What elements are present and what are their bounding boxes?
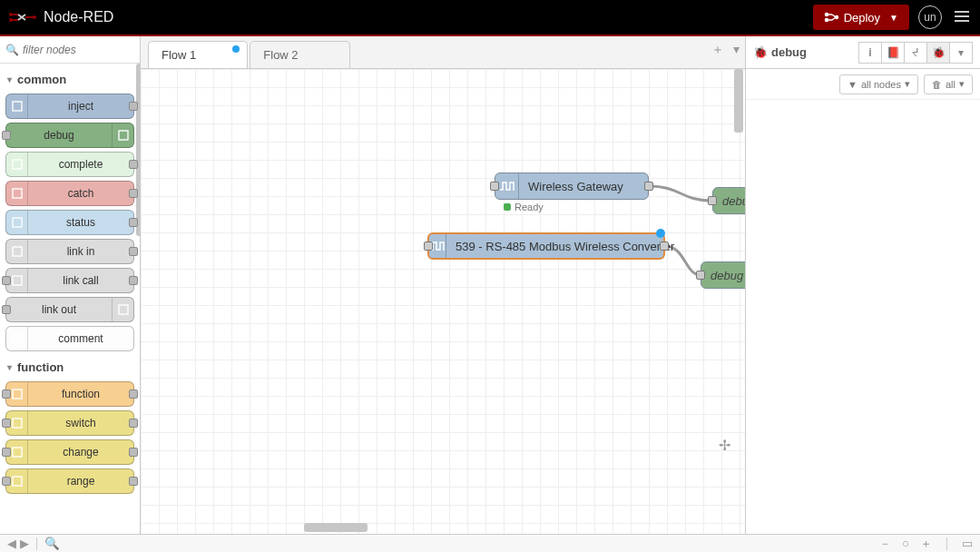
palette-filter-input[interactable] xyxy=(23,44,134,56)
node-port[interactable] xyxy=(644,182,653,191)
node-label: change xyxy=(28,446,133,458)
node-label: link in xyxy=(28,245,133,258)
user-avatar[interactable]: un xyxy=(918,5,942,29)
chevron-down-icon: ▼ xyxy=(889,13,898,23)
svg-point-4 xyxy=(825,19,828,22)
search-icon: 🔍 xyxy=(5,44,19,56)
svg-rect-12 xyxy=(13,189,22,198)
node-label: complete xyxy=(28,158,133,171)
node-port[interactable] xyxy=(2,419,11,428)
node-label: function xyxy=(28,388,133,400)
flow-canvas[interactable]: Wireless Gateway Ready debug 2 xyxy=(141,69,745,534)
palette-search[interactable]: 🔍 xyxy=(0,36,140,64)
palette: 🔍 ▾commoninjectdebugcompletecatchstatusl… xyxy=(0,36,141,534)
tab-flow-1[interactable]: Flow 1 xyxy=(148,41,248,68)
node-port[interactable] xyxy=(129,189,138,198)
node-label: status xyxy=(28,216,133,229)
palette-node-status[interactable]: status xyxy=(5,210,134,235)
node-port[interactable] xyxy=(2,305,11,314)
tab-flow-2[interactable]: Flow 2 xyxy=(250,41,349,68)
node-label: range xyxy=(28,475,133,488)
node-port[interactable] xyxy=(2,448,11,457)
node-label: link out xyxy=(6,303,112,316)
chevron-down-icon: ▾ xyxy=(7,362,12,372)
sidebar-tab-debug[interactable]: 🐞 xyxy=(926,42,950,64)
palette-node-comment[interactable]: comment xyxy=(5,326,134,351)
palette-category[interactable]: ▾function xyxy=(5,355,134,381)
node-type-icon xyxy=(6,211,28,234)
node-port[interactable] xyxy=(129,247,138,256)
sidebar-popout-button[interactable]: ▭ xyxy=(960,537,975,550)
nav-toggle-button[interactable]: ◀ ▶ xyxy=(5,537,31,550)
zoom-reset-button[interactable]: ○ xyxy=(900,537,911,550)
node-type-icon xyxy=(6,94,28,118)
crosshair-cursor-icon: ✢ xyxy=(719,437,730,454)
palette-node-catch[interactable]: catch xyxy=(5,181,134,206)
debug-filter-button[interactable]: ▼ all nodes ▾ xyxy=(839,74,918,94)
node-wireless-gateway[interactable]: Wireless Gateway xyxy=(495,172,649,200)
sidebar-tab-info[interactable]: i xyxy=(858,42,882,64)
debug-clear-button[interactable]: 🗑 all ▾ xyxy=(924,74,973,94)
node-port[interactable] xyxy=(129,276,138,285)
node-port[interactable] xyxy=(660,242,669,251)
scrollbar-thumb[interactable] xyxy=(136,64,140,236)
node-port[interactable] xyxy=(424,242,433,251)
node-port[interactable] xyxy=(129,102,138,111)
svg-rect-13 xyxy=(13,218,22,227)
palette-node-link-call[interactable]: link call xyxy=(5,268,134,293)
node-port[interactable] xyxy=(708,196,717,205)
zoom-out-button[interactable]: － xyxy=(877,536,893,552)
svg-rect-10 xyxy=(119,131,128,140)
node-port[interactable] xyxy=(2,389,11,399)
node-port[interactable] xyxy=(2,276,11,285)
sidebar-tab-menu[interactable]: ▾ xyxy=(949,42,973,64)
svg-point-2 xyxy=(9,18,13,22)
node-port[interactable] xyxy=(696,271,705,280)
palette-category[interactable]: ▾common xyxy=(5,67,134,94)
node-port[interactable] xyxy=(2,477,11,486)
node-port[interactable] xyxy=(129,218,138,227)
dirty-indicator-icon xyxy=(656,229,665,238)
svg-rect-14 xyxy=(13,247,22,256)
node-port[interactable] xyxy=(129,389,138,399)
palette-node-range[interactable]: range xyxy=(5,468,134,494)
footer-search-button[interactable]: 🔍 xyxy=(43,537,62,550)
node-type-icon xyxy=(6,182,28,205)
zoom-in-button[interactable]: ＋ xyxy=(918,536,934,552)
node-modbus-converter[interactable]: 539 - RS-485 Modbus Wireless Converter xyxy=(427,232,665,260)
svg-point-1 xyxy=(9,13,13,16)
palette-node-inject[interactable]: inject xyxy=(5,94,134,119)
node-port[interactable] xyxy=(129,160,138,169)
node-port[interactable] xyxy=(2,131,11,140)
node-port[interactable] xyxy=(490,182,499,191)
node-port[interactable] xyxy=(129,477,138,486)
node-port[interactable] xyxy=(129,448,138,457)
sidebar-tab-config[interactable]: ᔪ xyxy=(904,42,927,64)
node-label: Wireless Gateway xyxy=(519,180,632,193)
tab-menu-button[interactable]: ▾ xyxy=(733,42,740,58)
palette-node-link-in[interactable]: link in xyxy=(5,239,134,264)
bug-icon: 🐞 xyxy=(753,45,768,59)
palette-node-function[interactable]: function xyxy=(5,381,134,407)
chevron-down-icon: ▾ xyxy=(959,78,965,90)
deploy-button[interactable]: Deploy ▼ xyxy=(813,5,909,30)
palette-node-debug[interactable]: debug xyxy=(5,123,134,148)
scrollbar-horizontal[interactable] xyxy=(141,521,732,534)
palette-node-switch[interactable]: switch xyxy=(5,410,134,436)
chevron-down-icon: ▾ xyxy=(7,74,12,84)
palette-node-change[interactable]: change xyxy=(5,439,134,465)
svg-rect-9 xyxy=(13,102,22,111)
main-menu-button[interactable] xyxy=(953,9,971,26)
svg-point-3 xyxy=(825,14,828,16)
palette-node-link-out[interactable]: link out xyxy=(5,297,134,322)
scrollbar-vertical[interactable] xyxy=(732,69,745,534)
add-tab-button[interactable]: ＋ xyxy=(711,42,724,58)
filter-icon: ▼ xyxy=(848,79,858,90)
sidebar-tab-help[interactable]: 📕 xyxy=(881,42,905,64)
node-label: debug xyxy=(6,129,112,142)
chevron-down-icon: ▾ xyxy=(905,78,910,90)
trash-icon: 🗑 xyxy=(932,79,942,90)
node-port[interactable] xyxy=(129,419,138,428)
tab-bar: Flow 1 Flow 2 ＋ ▾ xyxy=(141,36,745,69)
palette-node-complete[interactable]: complete xyxy=(5,152,134,177)
